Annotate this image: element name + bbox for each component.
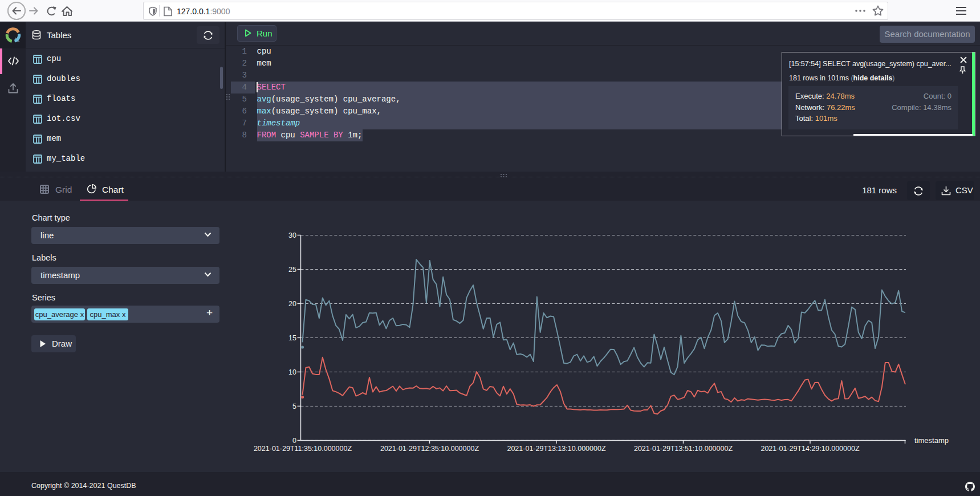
svg-text:timestamp: timestamp: [914, 436, 949, 445]
svg-text:2021-01-29T11:35:10.000000Z: 2021-01-29T11:35:10.000000Z: [254, 445, 352, 453]
svg-text:0: 0: [292, 437, 296, 445]
svg-text:30: 30: [288, 231, 296, 239]
svg-text:10: 10: [288, 368, 296, 376]
svg-text:2021-01-29T12:35:10.000000Z: 2021-01-29T12:35:10.000000Z: [380, 445, 479, 453]
svg-text:25: 25: [288, 266, 296, 274]
svg-text:15: 15: [288, 334, 296, 342]
svg-text:2021-01-29T14:29:10.000000Z: 2021-01-29T14:29:10.000000Z: [761, 445, 859, 453]
svg-text:5: 5: [292, 403, 296, 410]
svg-text:2021-01-29T13:51:10.000000Z: 2021-01-29T13:51:10.000000Z: [634, 445, 733, 453]
svg-text:2021-01-29T13:13:10.000000Z: 2021-01-29T13:13:10.000000Z: [507, 445, 605, 453]
svg-text:20: 20: [288, 300, 296, 308]
